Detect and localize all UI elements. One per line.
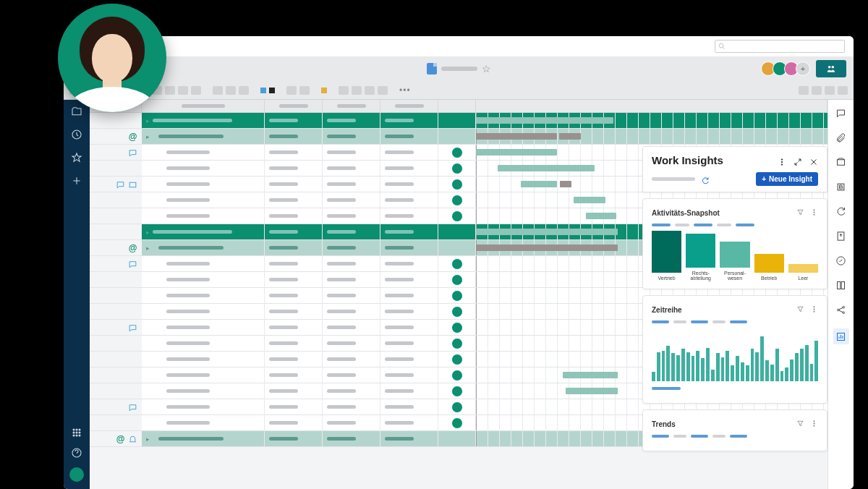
cell[interactable] (142, 352, 265, 367)
cell[interactable] (323, 208, 380, 224)
cell[interactable] (438, 431, 476, 446)
cell[interactable] (380, 192, 438, 208)
toolbar-button[interactable] (178, 86, 188, 95)
gantt-bar[interactable] (476, 117, 613, 124)
cell[interactable] (380, 224, 438, 239)
toolbar-button[interactable] (339, 86, 349, 95)
cell[interactable] (438, 224, 476, 239)
cell[interactable] (438, 352, 476, 367)
cell[interactable] (323, 224, 380, 239)
expand-toggle-icon[interactable]: ▸ (146, 435, 150, 443)
gantt-bar[interactable] (476, 244, 618, 251)
cell[interactable] (265, 367, 323, 383)
document-tab[interactable]: ☆ (427, 63, 491, 75)
cell[interactable] (380, 304, 438, 319)
cell[interactable] (380, 288, 438, 303)
toolbar-button[interactable] (378, 86, 388, 95)
gantt-bar[interactable] (560, 181, 571, 187)
cell[interactable] (323, 113, 380, 128)
cell[interactable] (438, 129, 476, 144)
apps-icon[interactable] (71, 427, 82, 438)
sheet-row[interactable]: @▸ (90, 129, 827, 145)
cell[interactable] (265, 336, 323, 351)
cell[interactable] (323, 272, 380, 287)
comment-icon[interactable] (128, 259, 137, 268)
cell[interactable] (265, 431, 323, 446)
toolbar-button[interactable] (352, 86, 362, 95)
refresh-icon[interactable] (701, 175, 710, 184)
cell[interactable] (380, 240, 438, 255)
toolbar-button[interactable] (799, 86, 809, 95)
add-icon[interactable] (71, 175, 82, 187)
cell[interactable] (438, 399, 476, 414)
summary-icon[interactable] (835, 279, 847, 291)
share-button[interactable] (816, 60, 846, 77)
conversations-icon[interactable] (835, 107, 847, 119)
more-options-icon[interactable] (778, 156, 786, 165)
mention-icon[interactable]: @ (116, 434, 125, 443)
gantt-bar[interactable] (563, 372, 618, 378)
filter-icon[interactable] (796, 206, 804, 219)
cell[interactable] (380, 129, 438, 144)
cell[interactable] (142, 320, 265, 335)
cell[interactable] (323, 304, 380, 319)
cell[interactable] (323, 145, 380, 160)
cell[interactable] (380, 320, 438, 335)
more-icon[interactable] (810, 206, 818, 219)
gantt-bar[interactable] (476, 133, 557, 140)
gantt-bar[interactable] (476, 149, 557, 156)
mention-icon[interactable]: @ (128, 243, 137, 252)
gantt-cell[interactable] (476, 113, 827, 128)
toolbar-button[interactable] (226, 86, 236, 95)
gantt-bar[interactable] (521, 181, 557, 187)
cell[interactable] (142, 399, 265, 414)
cell[interactable] (380, 399, 438, 414)
comment-icon[interactable] (128, 148, 137, 157)
new-insight-button[interactable]: + Neue Insight (756, 172, 818, 186)
cell[interactable] (142, 272, 265, 287)
cell[interactable] (323, 192, 380, 208)
cell[interactable] (438, 113, 476, 128)
search-input[interactable] (715, 40, 845, 53)
color-swatch[interactable] (321, 88, 327, 93)
toolbar-button[interactable] (239, 86, 249, 95)
cell[interactable] (323, 240, 380, 255)
cell[interactable] (323, 177, 380, 192)
cell[interactable] (438, 161, 476, 176)
gantt-bar[interactable] (574, 197, 605, 203)
cell[interactable] (142, 208, 265, 224)
comment-icon[interactable] (116, 179, 125, 189)
cell[interactable] (323, 161, 380, 176)
cell[interactable] (380, 367, 438, 383)
filter-icon[interactable] (796, 303, 804, 316)
cell[interactable] (380, 145, 438, 160)
cell[interactable] (380, 177, 438, 192)
cell[interactable] (438, 272, 476, 287)
brandfolder-icon[interactable] (835, 181, 847, 192)
cell[interactable] (265, 399, 323, 414)
comment-icon[interactable] (128, 402, 137, 412)
cell[interactable] (323, 415, 380, 430)
expand-icon[interactable] (793, 156, 802, 165)
activity-log-icon[interactable] (835, 255, 847, 266)
more-icon[interactable] (810, 303, 818, 316)
favorites-icon[interactable] (71, 152, 82, 163)
cell[interactable] (323, 336, 380, 351)
mention-icon[interactable]: @ (128, 132, 137, 141)
filter-icon[interactable] (796, 417, 804, 430)
cell[interactable] (265, 224, 323, 239)
color-swatch[interactable] (260, 88, 266, 93)
cell[interactable] (323, 399, 380, 414)
cell[interactable] (265, 177, 323, 192)
cell[interactable] (142, 288, 265, 303)
cell[interactable]: ▸ (142, 129, 265, 144)
cell[interactable] (265, 383, 323, 399)
recents-icon[interactable] (71, 129, 82, 140)
color-swatch[interactable] (269, 88, 275, 93)
cell[interactable] (265, 129, 323, 144)
connections-icon[interactable] (835, 304, 847, 315)
cell[interactable] (380, 431, 438, 446)
toolbar-button[interactable] (165, 86, 175, 95)
cell[interactable] (142, 367, 265, 383)
proof-icon[interactable] (835, 156, 847, 168)
